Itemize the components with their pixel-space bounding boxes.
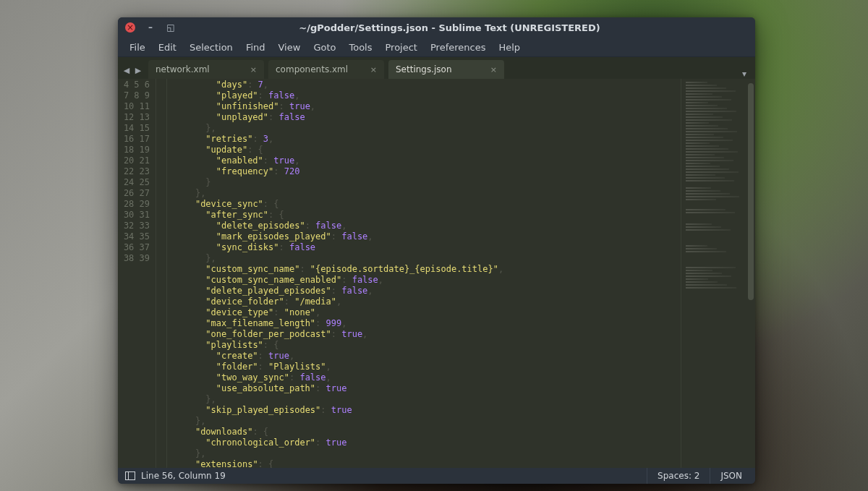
window-close-button[interactable]: × (125, 22, 135, 33)
menu-project[interactable]: Project (379, 40, 422, 54)
minimap-line (686, 160, 733, 161)
menu-goto[interactable]: Goto (307, 40, 341, 54)
code-line[interactable]: "played": false, (174, 90, 681, 101)
status-indentation[interactable]: Spaces: 2 (647, 468, 710, 484)
minimap-line (686, 163, 710, 164)
minimap-line (686, 212, 735, 213)
code-editor[interactable]: "days": 7, "played": false, "unfinished"… (167, 79, 681, 468)
code-line[interactable]: "enabled": true, (174, 155, 681, 166)
minimap-line (686, 116, 723, 118)
menu-file[interactable]: File (124, 40, 151, 54)
code-line[interactable]: "device_sync": { (174, 199, 681, 210)
code-line[interactable]: }, (174, 188, 681, 199)
minimap-line (686, 125, 718, 127)
code-line[interactable]: "use_absolute_path": true (174, 383, 681, 394)
minimap-line (686, 209, 726, 210)
app-window: × – ◱ ~/gPodder/Settings.json - Sublime … (118, 17, 755, 484)
minimap-line (686, 177, 725, 179)
minimap-line (686, 96, 722, 98)
code-line[interactable]: } (174, 177, 681, 188)
vertical-scrollbar[interactable] (746, 79, 755, 468)
minimap-line (686, 229, 731, 231)
tab-network-xml[interactable]: network.xml× (148, 60, 264, 79)
code-line[interactable]: "delete_played_episodes": false, (174, 286, 681, 296)
minimap-line (686, 87, 726, 89)
minimap-line (686, 193, 730, 195)
minimap-line (686, 93, 712, 95)
status-syntax[interactable]: JSON (710, 468, 752, 484)
minimap-line (686, 108, 727, 109)
minimap-line (686, 284, 727, 286)
status-cursor-position[interactable]: Line 56, Column 19 (141, 471, 226, 481)
code-line[interactable]: }, (174, 394, 681, 405)
titlebar[interactable]: × – ◱ ~/gPodder/Settings.json - Sublime … (118, 17, 755, 38)
code-line[interactable]: "downloads": { (174, 427, 681, 437)
menu-tools[interactable]: Tools (343, 40, 378, 54)
code-line[interactable]: "custom_sync_name": "{episode.sortdate}_… (174, 264, 681, 275)
menu-find[interactable]: Find (240, 40, 271, 54)
menu-selection[interactable]: Selection (184, 40, 239, 54)
code-line[interactable]: "folder": "Playlists", (174, 362, 681, 372)
tab-nav-back[interactable]: ◀ (121, 61, 132, 79)
fold-column[interactable] (156, 79, 167, 468)
code-line[interactable]: "skip_played_episodes": true (174, 405, 681, 416)
code-line[interactable]: "one_folder_per_podcast": true, (174, 329, 681, 340)
code-line[interactable]: "unplayed": false (174, 112, 681, 123)
code-line[interactable]: "after_sync": { (174, 210, 681, 221)
minimap[interactable] (681, 79, 746, 468)
window-minimize-button[interactable]: – (145, 22, 156, 33)
minimap-line (686, 166, 720, 167)
code-line[interactable]: "delete_episodes": false, (174, 221, 681, 231)
tab-close-icon[interactable]: × (250, 65, 257, 74)
code-line[interactable]: "two_way_sync": false, (174, 372, 681, 383)
menu-view[interactable]: View (273, 40, 307, 54)
code-line[interactable]: "update": { (174, 145, 681, 155)
minimap-line (686, 199, 716, 200)
menu-edit[interactable]: Edit (153, 40, 182, 54)
minimap-line (686, 168, 729, 170)
minimap-line (686, 105, 718, 106)
minimap-line (686, 102, 708, 103)
minimap-line (686, 90, 736, 92)
tab-settings-json[interactable]: Settings.json× (388, 60, 504, 79)
menu-help[interactable]: Help (493, 40, 526, 54)
status-bar: Line 56, Column 19 Spaces: 2 JSON (118, 468, 755, 484)
tab-label: network.xml (156, 64, 210, 74)
code-line[interactable]: "chronological_order": true (174, 437, 681, 448)
minimap-line (686, 171, 739, 173)
code-line[interactable]: "max_filename_length": 999, (174, 318, 681, 329)
code-line[interactable]: }, (174, 253, 681, 264)
code-line[interactable]: }, (174, 123, 681, 134)
sidebar-toggle-icon[interactable] (125, 471, 135, 480)
code-line[interactable]: "create": true, (174, 351, 681, 362)
code-line[interactable]: "retries": 3, (174, 134, 681, 145)
tab-nav-forward[interactable]: ▶ (132, 61, 144, 79)
code-line[interactable]: "device_type": "none", (174, 307, 681, 318)
menu-preferences[interactable]: Preferences (425, 40, 491, 54)
minimap-line (686, 187, 711, 189)
minimap-line (686, 223, 712, 225)
window-maximize-button[interactable]: ◱ (166, 22, 176, 33)
scrollbar-thumb[interactable] (748, 83, 754, 300)
code-line[interactable]: "mark_episodes_played": false, (174, 231, 681, 242)
minimap-line (686, 140, 733, 141)
code-line[interactable]: "playlists": { (174, 340, 681, 351)
editor-area: 4 5 6 7 8 9 10 11 12 13 14 15 16 17 18 1… (118, 79, 755, 468)
code-line[interactable]: "sync_disks": false (174, 242, 681, 253)
code-line[interactable]: "device_folder": "/media", (174, 296, 681, 307)
tab-overflow-button[interactable]: ▾ (736, 69, 752, 79)
code-line[interactable]: }, (174, 448, 681, 459)
tab-components-xml[interactable]: components.xml× (268, 60, 384, 79)
code-line[interactable]: "custom_sync_name_enabled": false, (174, 275, 681, 286)
code-line[interactable]: "frequency": 720 (174, 166, 681, 177)
code-line[interactable]: "days": 7, (174, 80, 681, 90)
minimap-line (686, 131, 737, 132)
tab-close-icon[interactable]: × (370, 65, 377, 74)
tab-close-icon[interactable]: × (490, 65, 497, 74)
code-line[interactable]: }, (174, 416, 681, 427)
line-number-gutter[interactable]: 4 5 6 7 8 9 10 11 12 13 14 15 16 17 18 1… (118, 79, 156, 468)
code-line[interactable]: "unfinished": true, (174, 101, 681, 112)
code-line[interactable]: "extensions": { (174, 459, 681, 468)
minimap-line (686, 273, 722, 274)
minimap-line (686, 287, 736, 289)
